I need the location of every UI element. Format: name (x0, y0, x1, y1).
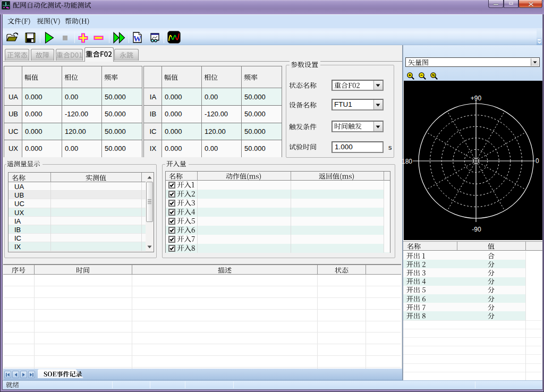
svg-text:W: W (133, 35, 141, 43)
svg-text:N: N (432, 73, 435, 77)
